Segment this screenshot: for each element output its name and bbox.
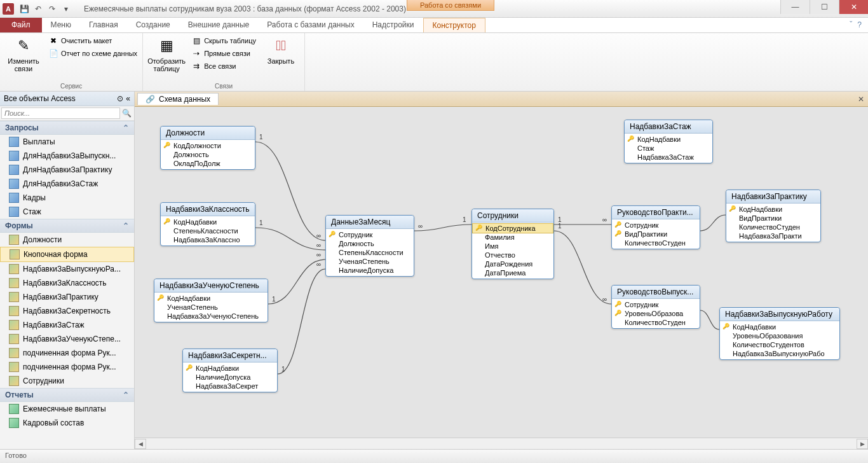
relationship-report-button[interactable]: 📄Отчет по схеме данных (48, 48, 137, 59)
table-field[interactable]: УченаяСтепень (154, 303, 268, 312)
nav-item[interactable]: Кадры (0, 191, 134, 205)
qat-dropdown-icon[interactable]: ▾ (61, 4, 71, 14)
tab-home[interactable]: Главная (80, 18, 127, 32)
table-field[interactable]: Сотрудник (612, 300, 700, 309)
nav-item[interactable]: подчиненная форма Рук... (0, 360, 134, 374)
table-rukpr[interactable]: РуководствоПракти...СотрудникВидПрактики… (611, 205, 700, 249)
table-field[interactable]: КодНадбавки (625, 135, 712, 144)
table-rukvyp[interactable]: РуководствоВыпуск...СотрудникУровеньОбра… (611, 285, 700, 329)
direct-rel-button[interactable]: ⇢Прямые связи (191, 48, 256, 59)
table-field[interactable]: СтепеньКлассности (161, 226, 255, 235)
nav-category-reports[interactable]: Отчеты⌃ (0, 388, 134, 402)
tab-design[interactable]: Конструктор (423, 18, 485, 32)
table-nadstazh[interactable]: НадбавкиЗаСтажКодНадбавкиСтажНадбавкаЗаС… (624, 120, 713, 163)
help-icon[interactable]: ? (857, 20, 862, 30)
table-field[interactable]: СтепеньКлассности (326, 248, 414, 257)
all-rel-button[interactable]: ⇉Все связи (191, 61, 256, 71)
nav-dropdown-icon[interactable]: ⊙ (117, 94, 123, 103)
minimize-ribbon-icon[interactable]: ˇ (850, 20, 852, 30)
nav-item[interactable]: НадбавкиЗаУченуюСтепе... (0, 332, 134, 346)
table-field[interactable]: НаличиеДопуска (183, 373, 277, 382)
table-header[interactable]: РуководствоПракти... (612, 206, 700, 219)
doc-tab-close-icon[interactable]: ✕ (858, 95, 864, 104)
undo-icon[interactable]: ↶ (33, 4, 43, 14)
tab-dbtools[interactable]: Работа с базами данных (258, 18, 363, 32)
table-field[interactable]: Должность (161, 150, 255, 159)
table-field[interactable]: ОкладПоДолж (161, 159, 255, 168)
table-field[interactable]: КодДолжности (161, 141, 255, 150)
table-field[interactable]: Имя (472, 242, 553, 251)
tab-create[interactable]: Создание (127, 18, 179, 32)
table-field[interactable]: КоличествоСтудентов (720, 340, 839, 349)
nav-item[interactable]: подчиненная форма Рук... (0, 346, 134, 360)
table-field[interactable]: УровеньОбразования (720, 331, 839, 340)
close-design-button[interactable]: �⃞ Закрыть (262, 36, 299, 81)
maximize-button[interactable]: ☐ (810, 0, 839, 14)
clear-layout-button[interactable]: ✖Очистить макет (48, 36, 137, 46)
tab-external[interactable]: Внешние данные (179, 18, 259, 32)
file-tab[interactable]: Файл (0, 18, 42, 32)
nav-item[interactable]: НадбавкиЗаПрактику (0, 290, 134, 304)
search-input[interactable] (1, 107, 120, 119)
nav-item[interactable]: НадбавкиЗаКлассность (0, 276, 134, 290)
nav-item[interactable]: Стаж (0, 205, 134, 219)
nav-item[interactable]: Кадровый состав (0, 416, 134, 430)
scroll-right-icon[interactable]: ▶ (857, 439, 868, 449)
doc-tab-schema[interactable]: 🔗 Схема данных (137, 93, 219, 105)
nav-item[interactable]: Должности (0, 233, 134, 247)
nav-item[interactable]: НадбавкиЗаСекретность (0, 304, 134, 318)
table-field[interactable]: Стаж (625, 144, 712, 153)
table-dannye[interactable]: ДанныеЗаМесяцСотрудникДолжностьСтепеньКл… (325, 215, 414, 277)
table-field[interactable]: НадбавкаЗаСтаж (625, 153, 712, 162)
table-field[interactable]: ДатаПриема (472, 268, 553, 277)
table-field[interactable]: КодНадбавки (183, 364, 277, 373)
nav-item[interactable]: Кнопочная форма (0, 247, 134, 262)
table-field[interactable]: НадбавкаЗаВыпускнуюРабо (720, 349, 839, 358)
nav-item[interactable]: Сотрудники (0, 374, 134, 388)
redo-icon[interactable]: ↷ (47, 4, 57, 14)
scroll-left-icon[interactable]: ◀ (135, 439, 146, 449)
table-field[interactable]: КоличествоСтуден (726, 223, 820, 232)
table-dolzhnosti[interactable]: ДолжностиКодДолжностиДолжностьОкладПоДол… (160, 126, 255, 170)
table-nadvyp[interactable]: НадбавкиЗаВыпускнуюРаботуКодНадбавкиУров… (719, 307, 840, 360)
table-header[interactable]: НадбавкиЗаПрактику (726, 190, 820, 204)
table-field[interactable]: Фамилия (472, 233, 553, 242)
table-header[interactable]: НадбавкиЗаСтаж (625, 120, 712, 134)
show-table-button[interactable]: ▦ Отобразить таблицу (148, 36, 185, 81)
nav-header[interactable]: Все объекты Access ⊙ « (0, 92, 134, 106)
nav-item[interactable]: ДляНадбавкиЗаВыпускн... (0, 149, 134, 163)
table-field[interactable]: Отчество (472, 251, 553, 259)
hide-table-button[interactable]: ▤Скрыть таблицу (191, 36, 256, 46)
table-nadsekr[interactable]: НадбавкиЗаСекретн...КодНадбавкиНаличиеДо… (182, 349, 278, 392)
search-icon[interactable]: 🔍 (120, 107, 133, 119)
table-header[interactable]: НадбавкиЗаВыпускнуюРаботу (720, 308, 839, 321)
table-field[interactable]: ВидПрактики (726, 214, 820, 223)
table-field[interactable]: Сотрудник (326, 230, 414, 239)
table-field[interactable]: КодНадбавки (726, 205, 820, 214)
nav-category-queries[interactable]: Запросы⌃ (0, 121, 134, 135)
nav-item[interactable]: НадбавкиЗаВыпускнуюРа... (0, 262, 134, 276)
table-field[interactable]: КоличествоСтуден (612, 238, 700, 247)
table-header[interactable]: Должности (161, 127, 255, 140)
table-field[interactable]: КодНадбавки (154, 294, 268, 303)
horizontal-scrollbar[interactable]: ◀ ▶ (135, 438, 868, 449)
table-header[interactable]: ДанныеЗаМесяц (326, 216, 414, 229)
table-field[interactable]: НадбавкаЗаСекрет (183, 382, 277, 390)
nav-item[interactable]: НадбавкиЗаСтаж (0, 318, 134, 332)
nav-item[interactable]: Выплаты (0, 135, 134, 149)
nav-collapse-icon[interactable]: « (126, 94, 130, 103)
tab-addins[interactable]: Надстройки (363, 18, 423, 32)
table-header[interactable]: НадбавкиЗаСекретн... (183, 349, 277, 363)
nav-category-forms[interactable]: Формы⌃ (0, 219, 134, 233)
table-field[interactable]: КодНадбавки (161, 218, 255, 226)
table-sotr[interactable]: СотрудникиКодСотрудникаФамилияИмяОтчеств… (471, 209, 554, 279)
table-field[interactable]: Должность (326, 239, 414, 248)
table-header[interactable]: НадбавкиЗаУченуюСтепень (154, 279, 268, 293)
relationships-canvas[interactable]: 1∞1∞1∞1∞∞11∞1∞ ДолжностиКодДолжностиДолж… (135, 107, 868, 438)
tab-menu[interactable]: Меню (42, 18, 80, 32)
table-field[interactable]: УровеньОбразова (612, 309, 700, 318)
nav-item[interactable]: Ежемесячные выплаты (0, 402, 134, 416)
table-field[interactable]: НадбавкаЗаУченуюСтепень (154, 312, 268, 321)
table-header[interactable]: НадбавкиЗаКлассность (161, 203, 255, 216)
table-field[interactable]: НаличиеДопуска (326, 266, 414, 275)
